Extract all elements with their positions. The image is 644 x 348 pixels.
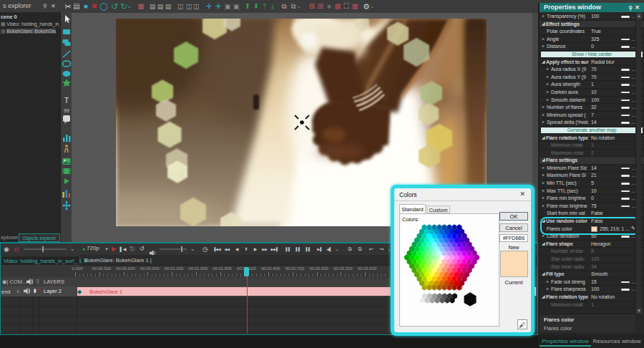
svg-text:99: 99 xyxy=(64,108,69,113)
svg-text:T: T xyxy=(64,97,69,105)
